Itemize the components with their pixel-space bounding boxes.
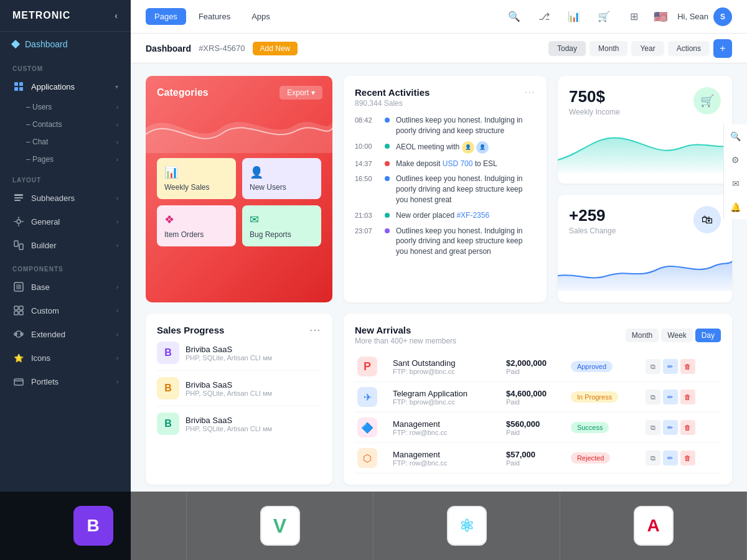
activity-item: 21:03 New order placed #XF-2356: [355, 210, 535, 221]
activities-menu-button[interactable]: ···: [525, 87, 535, 96]
sidebar-item-extended[interactable]: Extended ›: [0, 322, 131, 346]
delete-icon[interactable]: 🗑: [680, 390, 695, 404]
user-menu[interactable]: Hi, Sean S: [677, 7, 732, 26]
sidebar-item-chat[interactable]: – Chat ›: [0, 133, 131, 151]
categories-export-button[interactable]: Export ▾: [280, 86, 322, 100]
price-telegram: $4,600,000: [506, 389, 566, 398]
chart-icon[interactable]: 📊: [564, 7, 584, 27]
sidebar-item-custom-comp[interactable]: Custom ›: [0, 299, 131, 322]
language-flag[interactable]: 🇺🇸: [654, 10, 667, 24]
sp-name-3: Briviba SaaS: [186, 416, 272, 425]
price-sub-sant: Paid: [506, 368, 566, 375]
sidebar-dashboard-item[interactable]: Dashboard: [0, 32, 131, 57]
copy-icon[interactable]: ⧉: [646, 359, 660, 374]
delete-icon[interactable]: 🗑: [680, 450, 695, 465]
copy-icon[interactable]: ⧉: [646, 450, 660, 465]
app-name-sant: Sant Outstanding: [393, 358, 501, 368]
categories-title: Categories: [157, 87, 209, 98]
delete-icon[interactable]: 🗑: [680, 420, 695, 435]
sidebar-item-pages[interactable]: – Pages ›: [0, 151, 131, 168]
right-icon-send[interactable]: ✉: [723, 172, 747, 195]
categories-wave-chart: [146, 103, 332, 153]
sidebar-item-subheaders[interactable]: Subheaders ›: [0, 186, 131, 210]
sidebar-section-components: COMPONENTS: [0, 257, 131, 275]
deposit-link[interactable]: USD 700: [443, 159, 473, 168]
weekly-income-icon: 🛒: [693, 87, 721, 114]
share-icon[interactable]: ⎇: [534, 7, 554, 27]
sidebar-item-icons[interactable]: ⭐ Icons ›: [0, 346, 131, 370]
sp-info-3: Briviba SaaS PHP, SQLite, Artisan CLI мм: [186, 416, 272, 432]
price-mgmt2: $57,000: [506, 450, 566, 459]
order-link[interactable]: #XF-2356: [456, 211, 489, 220]
framework-react[interactable]: ⚛: [374, 492, 560, 560]
edit-icon[interactable]: ✏: [663, 359, 678, 374]
tab-pages[interactable]: Pages: [146, 8, 186, 25]
edit-icon[interactable]: ✏: [663, 420, 678, 435]
add-widget-button[interactable]: +: [713, 39, 732, 58]
right-icon-bell[interactable]: 🔔: [723, 195, 747, 219]
categories-grid: 📊 Weekly Sales 👤 New Users ❖ Item Orders…: [157, 158, 321, 246]
sidebar-item-portlets[interactable]: Portlets ›: [0, 370, 131, 393]
bottom-row: Sales Progress ··· B Briviba SaaS PHP, S…: [146, 314, 732, 485]
general-label: General: [31, 217, 60, 226]
right-icon-strip: 🔍 ⚙ ✉ 🔔: [723, 124, 747, 219]
cart-icon[interactable]: 🛒: [594, 7, 614, 27]
activity-dot: [385, 161, 390, 166]
angular-logo: A: [634, 506, 674, 546]
subheader-bar: Dashboard #XRS-45670 Add New Today Month…: [131, 34, 747, 63]
applications-icon: [12, 80, 25, 93]
search-icon[interactable]: 🔍: [504, 7, 524, 27]
page-content: Categories Export ▾ 📊 Weekly Sales: [131, 63, 747, 560]
arrivals-tab-month[interactable]: Month: [626, 329, 659, 342]
cat-item-weekly-sales[interactable]: 📊 Weekly Sales: [157, 158, 236, 199]
sidebar-item-base[interactable]: Base ›: [0, 275, 131, 299]
sidebar-item-users[interactable]: – Users ›: [0, 98, 131, 116]
cat-item-new-users[interactable]: 👤 New Users: [242, 158, 321, 199]
table-row: ⬡ ManagementFTP: row@bnc.cc $57,000Paid …: [355, 443, 721, 474]
add-new-button[interactable]: Add New: [253, 42, 298, 55]
custom-comp-chevron: ›: [116, 307, 118, 314]
brand-name: METRONIC: [12, 10, 70, 21]
right-icon-settings[interactable]: ⚙: [723, 148, 747, 172]
copy-icon[interactable]: ⧉: [646, 390, 660, 404]
portlets-label: Portlets: [31, 377, 59, 386]
framework-bootstrap[interactable]: B: [0, 492, 187, 560]
sales-progress-menu[interactable]: ···: [309, 325, 321, 335]
edit-icon[interactable]: ✏: [663, 390, 678, 404]
cat-item-bug-reports[interactable]: ✉ Bug Reports: [242, 205, 321, 246]
tab-apps[interactable]: Apps: [243, 8, 279, 25]
edit-icon[interactable]: ✏: [663, 450, 678, 465]
activity-time: 21:03: [355, 212, 378, 219]
sidebar-item-general[interactable]: General ›: [0, 210, 131, 233]
svg-rect-0: [14, 82, 18, 86]
categories-card: Categories Export ▾ 📊 Weekly Sales: [146, 76, 332, 302]
activity-avatars: 👤 👤: [462, 141, 489, 154]
react-logo: ⚛: [447, 506, 487, 546]
today-button[interactable]: Today: [548, 41, 586, 56]
year-button[interactable]: Year: [631, 41, 664, 56]
app-ftp-sant: FTP: bprow@bnc.cc: [393, 368, 501, 375]
sidebar-collapse-button[interactable]: ‹: [115, 11, 118, 21]
sidebar-item-applications[interactable]: Applications ▾: [0, 75, 131, 98]
delete-icon[interactable]: 🗑: [680, 359, 695, 374]
sp-item-2: B Briviba SaaS PHP, SQLite, Artisan CLI …: [157, 371, 321, 406]
actions-button[interactable]: Actions: [668, 41, 710, 56]
framework-angular[interactable]: A: [560, 492, 747, 560]
arrivals-tab-day[interactable]: Day: [695, 329, 721, 342]
right-icon-search[interactable]: 🔍: [723, 124, 747, 148]
arrivals-tab-week[interactable]: Week: [661, 329, 692, 342]
cat-item-item-orders[interactable]: ❖ Item Orders: [157, 205, 236, 246]
sidebar-item-contacts[interactable]: – Contacts ›: [0, 116, 131, 133]
chat-label: Chat: [32, 138, 48, 146]
tab-features[interactable]: Features: [190, 8, 239, 25]
month-button[interactable]: Month: [590, 41, 627, 56]
copy-icon[interactable]: ⧉: [646, 420, 660, 435]
svg-point-7: [17, 220, 21, 223]
item-orders-label: Item Orders: [164, 230, 228, 239]
sales-change-header: +259 Sales Change 🛍: [569, 206, 721, 235]
grid-icon[interactable]: ⊞: [624, 7, 644, 27]
framework-vue[interactable]: V: [187, 492, 374, 560]
app-ftp-telegram: FTP: bprow@bnc.cc: [393, 398, 501, 406]
sidebar-item-builder[interactable]: Builder ›: [0, 233, 131, 257]
svg-rect-13: [19, 306, 23, 310]
